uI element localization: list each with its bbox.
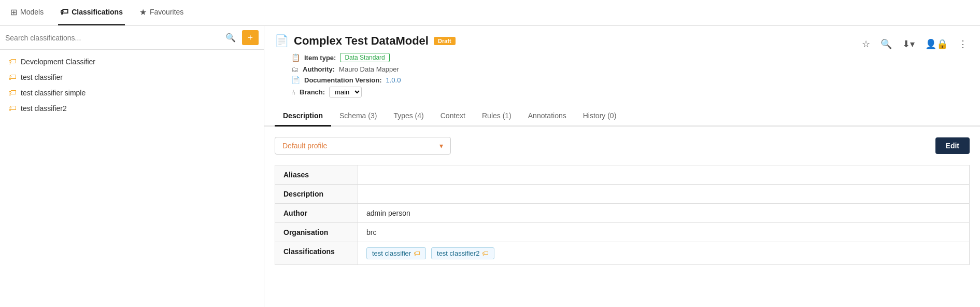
top-nav: ⊞ Models 🏷 Classifications ★ Favourites [0,0,980,26]
table-row: Aliases [275,165,970,185]
sidebar-item-test-classifier[interactable]: 🏷 test classifier [0,69,264,85]
nav-item-models[interactable]: ⊞ Models [8,0,46,26]
tag-icon: 🏷 [8,104,17,113]
models-icon: ⊞ [10,7,17,17]
search-bar: 🔍 ＋ [0,26,264,50]
table-row: Author admin person [275,204,970,223]
item-type-icon: 📋 [291,53,300,62]
tab-history[interactable]: History (0) [575,106,625,127]
profile-label: Default profile [282,142,327,150]
classifications-icon: 🏷 [60,7,68,17]
table-row: Organisation brc [275,223,970,242]
field-value-organisation: brc [358,223,970,242]
table-row: Description [275,185,970,204]
favourite-button[interactable]: ☆ [860,36,872,52]
edit-button[interactable]: Edit [935,137,970,154]
doc-version-label: Documentation Version: [304,76,382,84]
description-table: Aliases Description Author admin person … [275,165,970,265]
sidebar-item-label: Development Classifier [21,58,95,66]
content-area: 📄 Complex Test DataModel Draft 📋 Item ty… [264,26,980,307]
branch-label: Branch: [300,88,325,96]
tab-content-description: Default profile ▾ Edit Aliases Descripti… [264,127,980,275]
nav-label-models: Models [20,8,44,16]
classification-tag-1[interactable]: test classifier 🏷 [366,247,426,259]
profile-select[interactable]: Default profile ▾ [275,137,451,155]
page-title: Complex Test DataModel [294,34,429,48]
field-label-description: Description [275,185,358,204]
doc-version-icon: 📄 [291,76,300,84]
tab-types[interactable]: Types (4) [385,106,432,127]
header-icons: ☆ 🔍 ⬇▾ 👤🔒 ⋮ [860,34,970,52]
draft-badge: Draft [434,37,456,45]
sidebar-item-test-classifier-simple[interactable]: 🏷 test classifier simple [0,85,264,101]
field-value-author: admin person [358,204,970,223]
item-type-label: Item type: [304,54,336,62]
sidebar-item-dev-classifier[interactable]: 🏷 Development Classifier [0,54,264,69]
nav-label-classifications: Classifications [72,8,123,16]
authority-label: Authority: [303,65,335,73]
tab-description[interactable]: Description [275,106,331,127]
tag-icon: 🏷 [8,73,17,82]
sidebar-item-label: test classifier [21,73,63,81]
sidebar-item-label: test classifier2 [21,104,67,113]
field-value-aliases [358,165,970,185]
search-input[interactable] [5,34,219,42]
content-header: 📄 Complex Test DataModel Draft 📋 Item ty… [264,26,980,100]
branch-select[interactable]: main [329,87,362,97]
nav-item-classifications[interactable]: 🏷 Classifications [58,0,125,25]
meta-item-type: 📋 Item type: Data Standard [291,53,860,62]
main-layout: 🔍 ＋ 🏷 Development Classifier 🏷 test clas… [0,26,980,307]
sidebar-item-label: test classifier simple [21,89,86,97]
field-label-classifications: Classifications [275,242,358,265]
title-row: 📄 Complex Test DataModel Draft [275,34,860,48]
tab-schema[interactable]: Schema (3) [331,106,385,127]
field-label-organisation: Organisation [275,223,358,242]
tab-annotations[interactable]: Annotations [520,106,575,127]
content-header-left: 📄 Complex Test DataModel Draft 📋 Item ty… [275,34,860,100]
tag-icon: 🏷 [8,88,17,97]
meta-doc-version: 📄 Documentation Version: 1.0.0 [291,76,860,84]
authority-icon: 🗂 [291,65,299,73]
item-type-value: Data Standard [340,53,389,62]
tag-icon: 🏷 [482,249,489,257]
add-classification-button[interactable]: ＋ [242,30,259,45]
sidebar-item-test-classifier2[interactable]: 🏷 test classifier2 [0,101,264,116]
search-button[interactable]: 🔍 [222,32,239,44]
classification-tag-label: test classifier [372,249,411,257]
share-button[interactable]: 👤🔒 [923,36,950,52]
field-value-classifications: test classifier 🏷 test classifier2 🏷 [358,242,970,265]
document-icon: 📄 [275,34,289,48]
table-row: Classifications test classifier 🏷 test c… [275,242,970,265]
favourites-icon: ★ [139,7,147,17]
tag-icon: 🏷 [414,249,420,257]
tab-context[interactable]: Context [432,106,474,127]
field-value-description [358,185,970,204]
more-options-button[interactable]: ⋮ [956,36,970,52]
profile-row: Default profile ▾ Edit [275,137,970,155]
sidebar-list: 🏷 Development Classifier 🏷 test classifi… [0,50,264,120]
classification-tag-2[interactable]: test classifier2 🏷 [431,247,494,259]
branch-icon: ⑃ [291,88,295,96]
tab-rules[interactable]: Rules (1) [474,106,520,127]
tabs: Description Schema (3) Types (4) Context… [264,106,980,127]
tag-icon: 🏷 [8,57,17,66]
meta-branch: ⑃ Branch: main [291,87,860,97]
download-button[interactable]: ⬇▾ [900,36,917,52]
nav-item-favourites[interactable]: ★ Favourites [137,0,186,26]
doc-version-link[interactable]: 1.0.0 [386,76,401,84]
classification-tag-label: test classifier2 [437,249,479,257]
meta-authority: 🗂 Authority: Mauro Data Mapper [291,65,860,73]
sidebar: 🔍 ＋ 🏷 Development Classifier 🏷 test clas… [0,26,264,307]
field-label-author: Author [275,204,358,223]
field-label-aliases: Aliases [275,165,358,185]
nav-label-favourites: Favourites [150,8,183,16]
meta-rows: 📋 Item type: Data Standard 🗂 Authority: … [291,53,860,97]
search-content-button[interactable]: 🔍 [878,36,894,52]
authority-value: Mauro Data Mapper [339,65,399,73]
chevron-down-icon: ▾ [439,142,443,150]
